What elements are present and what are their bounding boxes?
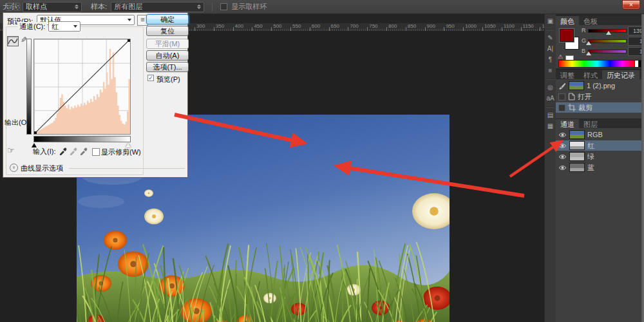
history-row[interactable]: 打开 (556, 91, 642, 102)
channel-row-红[interactable]: 红 (556, 140, 642, 151)
curve-grid[interactable] (33, 39, 131, 135)
color-panel-tabs: 颜色色板 (556, 16, 642, 25)
styles-panel-icon[interactable]: aA (546, 95, 554, 102)
preview-checkbox[interactable]: ✓ (147, 75, 154, 81)
history-panel-tabs: 调整样式历史记录 (556, 70, 642, 79)
channel-row-RGB[interactable]: RGB (556, 129, 642, 140)
reset-button[interactable]: 复位 (146, 26, 189, 36)
divider (69, 168, 185, 169)
foreground-color-swatch[interactable] (560, 29, 574, 42)
color-tab[interactable]: 颜色 (556, 16, 579, 25)
expander-chevron-icon[interactable]: » (10, 164, 18, 172)
channels-panel: RGB红绿蓝 (556, 128, 642, 322)
b-slider-thumb[interactable] (586, 52, 591, 55)
channels-panel-tabs: 通道图层 (556, 119, 642, 128)
right-panels: 颜色色板 ⚠ R 139 G 1 B 1 调整样式历史记录 1 (2).png打… (556, 14, 642, 322)
show-sampler-ring-checkbox[interactable] (220, 3, 227, 10)
layer-comps-panel-icon[interactable]: ▤ (547, 112, 553, 118)
white-point-eyedropper-icon[interactable] (79, 147, 88, 156)
separator (212, 3, 213, 12)
paragraph-panel-icon[interactable]: ¶ (549, 57, 552, 63)
ruler-label: 1150 (523, 23, 534, 29)
channel-row-绿[interactable]: 绿 (556, 151, 642, 162)
curve-display-options-label: 曲线显示选项 (21, 164, 63, 173)
black-point-eyedropper-icon[interactable] (59, 147, 67, 156)
ruler-label: 850 (408, 23, 416, 29)
r-slider-thumb[interactable] (606, 31, 611, 35)
ruler-label: 500 (273, 23, 281, 29)
eye-visibility-icon[interactable] (558, 132, 567, 138)
auto-button[interactable]: 自动(A) (146, 50, 189, 61)
ok-button[interactable]: 确定 (146, 14, 189, 24)
eye-visibility-icon[interactable] (558, 143, 567, 149)
dialog-title: 曲线 (6, 2, 20, 12)
show-clipping-checkbox[interactable] (92, 148, 100, 156)
adjustments-panel-icon[interactable]: ≡ (549, 68, 553, 74)
dock-separator (547, 106, 554, 108)
notes-panel-icon[interactable]: ▦ (547, 123, 553, 129)
color-tab[interactable]: 色板 (579, 16, 602, 25)
history-source-checkbox[interactable] (558, 93, 565, 100)
swatches-panel-icon[interactable]: ◎ (547, 84, 553, 91)
ruler-label: 1050 (484, 23, 496, 29)
brush-panel-icon[interactable]: ✎ (547, 35, 553, 41)
curve-endpoint-highlight (128, 39, 130, 42)
photoshop-window: 大小: 取样点 样本: 所有图层 显示取样环 g @ 100% (图层 0, 红… (0, 0, 644, 322)
channel-select-value: 红 (52, 22, 59, 32)
chevron-down-icon (128, 19, 131, 21)
character-panel-icon[interactable]: A| (547, 46, 553, 52)
history-tab[interactable]: 样式 (579, 70, 602, 79)
channel-thumbnail (569, 163, 585, 172)
history-tab[interactable]: 历史记录 (602, 70, 639, 79)
g-slider-label: G (582, 37, 586, 44)
sample-select[interactable]: 所有图层 (111, 2, 204, 12)
curve-endpoint-shadow (34, 131, 37, 134)
r-slider-label: R (582, 27, 586, 33)
channels-tab[interactable]: 通道 (556, 119, 579, 128)
ruler-label: 750 (369, 23, 377, 29)
history-panel: 1 (2).png打开裁剪 (556, 79, 642, 118)
sample-select-value: 所有图层 (114, 2, 142, 12)
g-slider-thumb[interactable] (586, 41, 591, 45)
input-label: 输入(I): (33, 147, 55, 156)
gray-point-eyedropper-icon[interactable] (69, 147, 77, 156)
document-icon (568, 93, 575, 100)
channels-tab[interactable]: 图层 (579, 119, 602, 128)
history-step-label: 打开 (578, 92, 592, 102)
highlight-input-slider[interactable] (126, 143, 131, 147)
color-panel: ⚠ R 139 G 1 B 1 (556, 25, 642, 68)
clone-source-panel-icon[interactable]: ▣ (547, 18, 553, 24)
channel-label: 蓝 (587, 163, 594, 173)
gamut-warning-icon[interactable]: ⚠ (558, 53, 563, 60)
ruler-label: 450 (254, 23, 262, 29)
output-label: 输出(O): (5, 118, 31, 128)
crop-icon (568, 104, 576, 111)
targeted-adjustment-hand-icon[interactable]: ☞ (7, 146, 15, 155)
history-source-checkbox[interactable] (558, 104, 565, 111)
dialog-close-button[interactable]: × (622, 0, 640, 10)
b-slider[interactable] (588, 50, 627, 53)
options-button[interactable]: 选项(T)... (146, 62, 189, 72)
history-row[interactable]: 裁剪 (556, 102, 642, 113)
eye-visibility-icon[interactable] (558, 154, 567, 160)
history-row[interactable]: 1 (2).png (556, 80, 642, 91)
ruler-label: 550 (292, 23, 301, 29)
size-select-value: 取样点 (26, 2, 47, 12)
size-select[interactable]: 取样点 (23, 2, 82, 12)
panel-dock-strip: ▣✎A|¶≡◎aA▤▦ (544, 14, 556, 322)
channel-row-蓝[interactable]: 蓝 (556, 162, 642, 173)
color-spectrum-bar[interactable] (558, 60, 636, 68)
channel-select[interactable]: 红 (48, 21, 80, 32)
history-brush-icon (558, 82, 566, 90)
histogram-chart (34, 39, 130, 134)
channel-label: 红 (587, 141, 594, 151)
curve-point-tool-button[interactable] (7, 36, 19, 46)
g-slider[interactable] (588, 39, 627, 43)
show-clipping-label: 显示修剪(W) (101, 147, 141, 157)
ruler-label: 800 (388, 23, 397, 29)
smooth-button[interactable]: 平滑(M) (146, 39, 189, 49)
history-tab[interactable]: 调整 (556, 70, 579, 79)
ruler-label: 350 (216, 23, 224, 29)
eye-visibility-icon[interactable] (558, 165, 567, 171)
show-sampler-ring-label: 显示取样环 (231, 2, 267, 12)
